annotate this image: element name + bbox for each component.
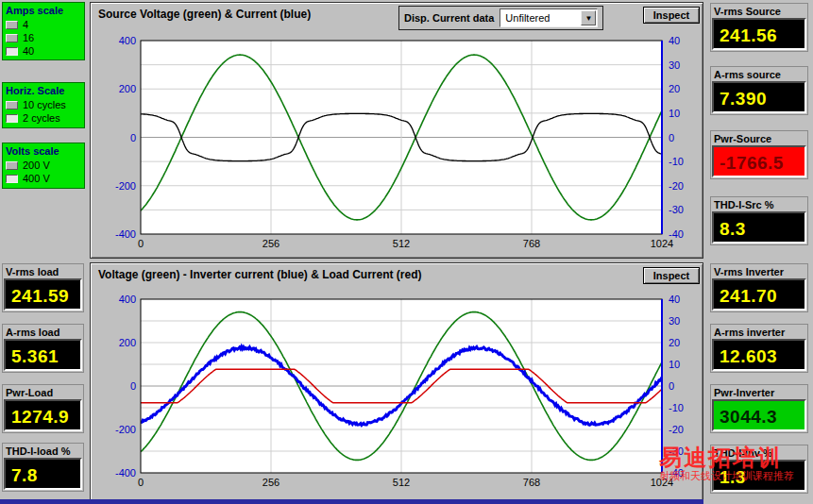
- volts-scale-option-200v-label: 200 V: [23, 160, 50, 171]
- y-right-tick-labels: 403020100-10-20-30-40: [669, 35, 684, 240]
- volts-scale-option-400v[interactable]: 400 V: [6, 172, 81, 185]
- thd-i-src-label: THD-I-Src %: [712, 198, 806, 211]
- svg-text:400: 400: [119, 294, 136, 305]
- x-tick-labels: 02565127681024: [138, 477, 673, 488]
- svg-text:256: 256: [263, 238, 279, 249]
- svg-text:-20: -20: [669, 180, 684, 192]
- a-rms-inverter-value: 12.603: [712, 339, 806, 371]
- source-graph-title: Source Voltage (green) & Current (blue): [98, 8, 311, 21]
- thd-i-inv-label: THD-I-Inv %: [712, 446, 806, 460]
- svg-text:200: 200: [119, 337, 136, 348]
- v-rms-load-value: 241.59: [4, 278, 82, 311]
- inspect-source-button[interactable]: Inspect: [643, 7, 700, 24]
- pwr-source-indicator: Pwr-Source -1766.5: [710, 130, 808, 179]
- horiz-scale-option-2cycles-label: 2 cycles: [23, 112, 60, 124]
- amps-scale-option-40[interactable]: 40: [6, 44, 81, 58]
- y-left-tick-labels: 4002000-200-400: [115, 294, 136, 479]
- a-rms-source-label: A-rms source: [712, 68, 806, 81]
- a-rms-load-indicator: A-rms load 5.361: [2, 324, 84, 373]
- amps-scale-option-16-label: 16: [23, 32, 34, 43]
- pwr-load-value: 1274.9: [4, 399, 82, 431]
- svg-text:0: 0: [669, 380, 674, 392]
- a-rms-inverter-indicator: A-rms inverter 12.603: [710, 324, 808, 373]
- v-rms-inverter-indicator: V-rms Inverter 241.70: [710, 263, 808, 312]
- amps-scale-option-40-label: 40: [23, 45, 34, 57]
- horiz-scale-option-10cycles-radio[interactable]: [6, 101, 18, 109]
- svg-text:10: 10: [669, 108, 680, 119]
- horiz-scale-option-2cycles[interactable]: 2 cycles: [6, 111, 81, 125]
- svg-text:-30: -30: [669, 204, 684, 215]
- svg-text:200: 200: [119, 83, 136, 94]
- svg-text:30: 30: [669, 59, 680, 71]
- bottom-edge-strip: [0, 499, 703, 504]
- inspect-inverter-button[interactable]: Inspect: [643, 267, 700, 284]
- amps-scale-panel: Amps scale 4 16 40: [2, 2, 85, 60]
- inverter-graph: 4002000-200-400403020100-10-20-30-400256…: [91, 284, 703, 500]
- inverter-graph-panel: Voltage (green) - Inverter current (blue…: [90, 262, 703, 502]
- thd-i-load-label: THD-I-load %: [4, 445, 82, 458]
- horiz-scale-option-2cycles-radio[interactable]: [6, 114, 18, 123]
- v-rms-load-indicator: V-rms load 241.59: [2, 263, 84, 312]
- svg-text:40: 40: [669, 294, 680, 305]
- volts-scale-option-200v-radio[interactable]: [6, 161, 18, 170]
- thd-i-inv-indicator: THD-I-Inv % 1.3: [710, 445, 808, 494]
- horiz-scale-option-10cycles[interactable]: 10 cycles: [6, 98, 81, 111]
- v-rms-source-label: V-rms Source: [712, 5, 806, 18]
- svg-text:512: 512: [393, 477, 410, 488]
- power-monitor-app: Amps scale 4 16 40 Horiz. Scale 10 cycle…: [0, 0, 813, 504]
- pwr-load-indicator: Pwr-Load 1274.9: [2, 384, 84, 433]
- svg-text:40: 40: [669, 35, 680, 46]
- svg-text:0: 0: [138, 477, 144, 488]
- svg-text:-200: -200: [115, 180, 136, 192]
- amps-scale-option-40-radio[interactable]: [6, 47, 18, 56]
- chevron-down-icon[interactable]: ▼: [581, 10, 596, 25]
- svg-text:1024: 1024: [651, 477, 673, 488]
- volts-scale-option-200v[interactable]: 200 V: [6, 159, 81, 172]
- svg-text:-200: -200: [115, 424, 136, 435]
- horiz-scale-option-10cycles-label: 10 cycles: [23, 99, 66, 110]
- amps-scale-option-4-label: 4: [23, 19, 28, 30]
- a-rms-source-indicator: A-rms source 7.390: [710, 66, 808, 115]
- thd-i-load-indicator: THD-I-load % 7.8: [2, 443, 84, 492]
- v-rms-inverter-label: V-rms Inverter: [712, 265, 806, 278]
- volts-scale-option-400v-label: 400 V: [23, 173, 50, 184]
- svg-text:30: 30: [669, 315, 680, 327]
- svg-text:0: 0: [130, 380, 136, 392]
- amps-scale-title: Amps scale: [6, 5, 81, 16]
- y-left-tick-labels: 4002000-200-400: [115, 35, 136, 240]
- svg-text:-10: -10: [669, 156, 684, 167]
- v-rms-load-label: V-rms load: [4, 265, 82, 278]
- pwr-inverter-indicator: Pwr-Inverter 3044.3: [710, 384, 808, 433]
- thd-i-src-value: 8.3: [712, 211, 806, 244]
- amps-scale-option-4-radio[interactable]: [6, 21, 18, 29]
- a-rms-source-value: 7.390: [712, 81, 806, 113]
- svg-text:10: 10: [669, 359, 680, 370]
- amps-scale-option-16-radio[interactable]: [6, 34, 18, 42]
- svg-text:0: 0: [130, 132, 136, 143]
- svg-text:768: 768: [523, 477, 540, 488]
- pwr-source-value: -1766.5: [712, 145, 806, 177]
- source-graph-panel: Source Voltage (green) & Current (blue) …: [90, 2, 703, 259]
- y-right-tick-labels: 403020100-10-20-30-40: [669, 294, 684, 479]
- v-rms-inverter-value: 241.70: [712, 278, 806, 311]
- svg-text:256: 256: [263, 477, 279, 488]
- thd-i-load-value: 7.8: [4, 458, 82, 490]
- amps-scale-option-16[interactable]: 16: [6, 31, 81, 44]
- volts-scale-option-400v-radio[interactable]: [6, 175, 18, 183]
- pwr-inverter-value: 3044.3: [712, 399, 806, 431]
- a-rms-inverter-label: A-rms inverter: [712, 326, 806, 339]
- svg-text:0: 0: [669, 132, 674, 143]
- pwr-source-label: Pwr-Source: [712, 132, 806, 145]
- a-rms-load-label: A-rms load: [4, 326, 82, 339]
- horiz-scale-panel: Horiz. Scale 10 cycles 2 cycles: [2, 82, 85, 128]
- source-graph: 4002000-200-400403020100-10-20-30-400256…: [91, 27, 703, 258]
- thd-i-inv-value: 1.3: [712, 460, 806, 492]
- disp-current-data-value: Unfiltered: [505, 12, 550, 24]
- thd-i-src-indicator: THD-I-Src % 8.3: [710, 196, 808, 245]
- svg-text:20: 20: [669, 83, 680, 94]
- a-rms-load-value: 5.361: [4, 339, 82, 371]
- svg-text:0: 0: [138, 238, 144, 249]
- disp-current-data-label: Disp. Current data: [404, 12, 494, 24]
- amps-scale-option-4[interactable]: 4: [6, 18, 81, 31]
- disp-current-data-dropdown[interactable]: Unfiltered ▼: [500, 8, 598, 27]
